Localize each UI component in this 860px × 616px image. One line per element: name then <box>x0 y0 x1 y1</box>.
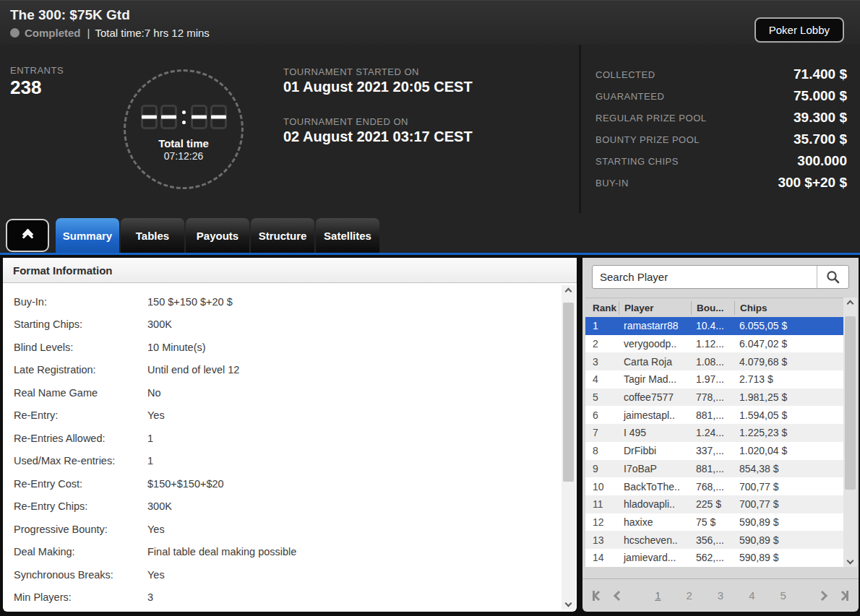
page-button-2[interactable]: 2 <box>684 589 693 602</box>
bounty-cell: 1.12... <box>691 338 734 350</box>
status-dot-icon <box>10 28 20 38</box>
tournament-timer: Total time 07:12:26 <box>124 69 244 189</box>
tab-satellites[interactable]: Satellites <box>316 218 379 253</box>
tab-summary[interactable]: Summary <box>56 218 119 253</box>
player-row[interactable]: 13hcscheven..356,...590,89 $ <box>585 531 856 549</box>
player-row[interactable]: 12haxixe75 $590,89 $ <box>585 513 856 532</box>
rank-cell: 9 <box>585 463 619 474</box>
column-chips[interactable]: Chips <box>734 301 840 315</box>
format-row: Real Name GameNo <box>3 381 577 404</box>
player-cell: I7oBaP <box>619 463 691 474</box>
format-label: Synchronous Breaks: <box>3 569 147 581</box>
tab-payouts[interactable]: Payouts <box>186 218 249 253</box>
page-button-5[interactable]: 5 <box>779 589 788 602</box>
pagination-bar: 1 2 3 4 5 <box>582 578 859 612</box>
bounty-cell: 225 $ <box>691 498 734 510</box>
format-label: Deal Making: <box>3 546 147 558</box>
title-bar: The 300: $75K Gtd Completed | Total time… <box>0 0 860 45</box>
chips-cell: 590,89 $ <box>734 552 840 563</box>
stat-value: 300 $+20 $ <box>778 175 847 191</box>
player-cell: hladovapli.. <box>619 498 691 510</box>
scrollbar-thumb[interactable] <box>845 316 856 490</box>
player-row[interactable]: 5coffee7577778,...1.981,25 $ <box>585 389 856 407</box>
tab-structure[interactable]: Structure <box>251 218 314 253</box>
column-player[interactable]: Player <box>619 301 691 315</box>
format-value: Yes <box>147 409 577 421</box>
format-value: 300K <box>147 318 577 330</box>
tab-tables[interactable]: Tables <box>121 218 184 253</box>
player-row[interactable]: 4Tagir Mad...1.97...2.713 $ <box>585 370 856 389</box>
next-page-button[interactable] <box>819 592 826 599</box>
scrollbar-thumb[interactable] <box>563 303 574 482</box>
format-row: Min Players:3 <box>3 586 577 610</box>
bounty-cell: 562,... <box>691 552 734 563</box>
search-button[interactable] <box>817 266 848 288</box>
column-rank[interactable]: Rank <box>585 301 619 315</box>
chevron-right-icon <box>817 590 827 600</box>
timer-digit <box>160 105 177 129</box>
player-row[interactable]: 3Carta Roja1.08...4.079,68 $ <box>585 352 856 370</box>
format-label: Real Name Game <box>3 387 147 399</box>
rank-cell: 12 <box>585 516 619 528</box>
page-numbers: 1 2 3 4 5 <box>622 589 819 602</box>
status-label: Completed <box>25 27 81 39</box>
rank-cell: 7 <box>585 427 619 438</box>
player-row[interactable]: 14jamievard...562,...590,89 $ <box>585 549 856 567</box>
last-page-button[interactable] <box>839 591 848 601</box>
column-bounty[interactable]: Bou... <box>691 301 734 315</box>
previous-page-button[interactable] <box>615 592 622 599</box>
stat-label: GUARANTEED <box>595 91 664 102</box>
format-row: Re-Entry:Yes <box>3 404 577 428</box>
format-value: 150 $+150 $+20 $ <box>147 296 577 308</box>
started-on-value: 01 August 2021 20:05 CEST <box>283 79 473 95</box>
player-row[interactable]: 11hladovapli..225 $700,77 $ <box>585 495 856 513</box>
timer-total-time-value: 07:12:26 <box>164 150 204 162</box>
player-row[interactable]: 1ramastarr8810.4...6.055,05 $ <box>585 317 856 335</box>
player-row[interactable]: 9I7oBaP881,...854,38 $ <box>585 460 856 478</box>
format-information-rows: Buy-In:150 $+150 $+20 $ Starting Chips:3… <box>3 283 577 609</box>
scroll-up-icon[interactable] <box>565 288 572 295</box>
player-cell: Tagir Mad... <box>619 373 691 385</box>
format-label: Late Registration: <box>3 364 147 376</box>
player-cell: jamievard... <box>619 552 691 563</box>
tab-bar: Summary Tables Payouts Structure Satelli… <box>0 213 860 255</box>
chips-cell: 590,89 $ <box>734 516 840 528</box>
bounty-cell: 356,... <box>691 534 734 546</box>
players-scrollbar[interactable] <box>843 298 857 567</box>
main-content: Format Information Buy-In:150 $+150 $+20… <box>0 255 860 616</box>
rank-cell: 4 <box>585 373 619 385</box>
format-information-panel: Format Information Buy-In:150 $+150 $+20… <box>3 258 577 612</box>
player-cell: I 495 <box>619 427 691 438</box>
poker-lobby-button[interactable]: Poker Lobby <box>754 17 844 43</box>
search-input[interactable] <box>593 266 817 288</box>
format-row: Re-Entries Allowed:1 <box>3 427 577 450</box>
first-page-button[interactable] <box>593 591 602 601</box>
player-row[interactable]: 8DrFibbi337,...1.020,04 $ <box>585 442 856 460</box>
page-button-3[interactable]: 3 <box>716 589 725 602</box>
rank-cell: 14 <box>585 552 619 563</box>
format-row: Progressive Bounty:Yes <box>3 518 577 541</box>
rank-cell: 8 <box>585 445 619 456</box>
format-value: $150+$150+$20 <box>147 478 577 490</box>
scroll-up-icon[interactable] <box>847 300 854 308</box>
tabs: Summary Tables Payouts Structure Satelli… <box>56 218 379 253</box>
chips-cell: 6.047,02 $ <box>734 338 840 350</box>
format-value: 1 <box>147 455 577 467</box>
player-cell: BackToThe.. <box>619 481 691 493</box>
player-row[interactable]: 10BackToThe..768,...700,77 $ <box>585 477 856 495</box>
page-button-4[interactable]: 4 <box>747 589 756 602</box>
bounty-cell: 768,... <box>691 481 734 493</box>
rank-cell: 3 <box>585 356 619 368</box>
player-row[interactable]: 7I 4951.24...1.225,23 $ <box>585 424 856 442</box>
scroll-down-icon[interactable] <box>565 600 572 607</box>
format-label: Re-Entry: <box>3 409 147 421</box>
scroll-down-icon[interactable] <box>847 558 854 565</box>
timer-colon <box>182 110 186 124</box>
left-panel-scrollbar[interactable] <box>562 285 575 610</box>
collapse-panel-button[interactable] <box>6 219 49 252</box>
bounty-cell: 337,... <box>691 445 734 456</box>
format-row: Re-Entry Cost:$150+$150+$20 <box>3 472 577 495</box>
page-button-1[interactable]: 1 <box>653 589 662 602</box>
player-row[interactable]: 2verygoodp..1.12...6.047,02 $ <box>585 335 856 353</box>
player-row[interactable]: 6jaimestapl..881,...1.594,05 $ <box>585 406 856 424</box>
